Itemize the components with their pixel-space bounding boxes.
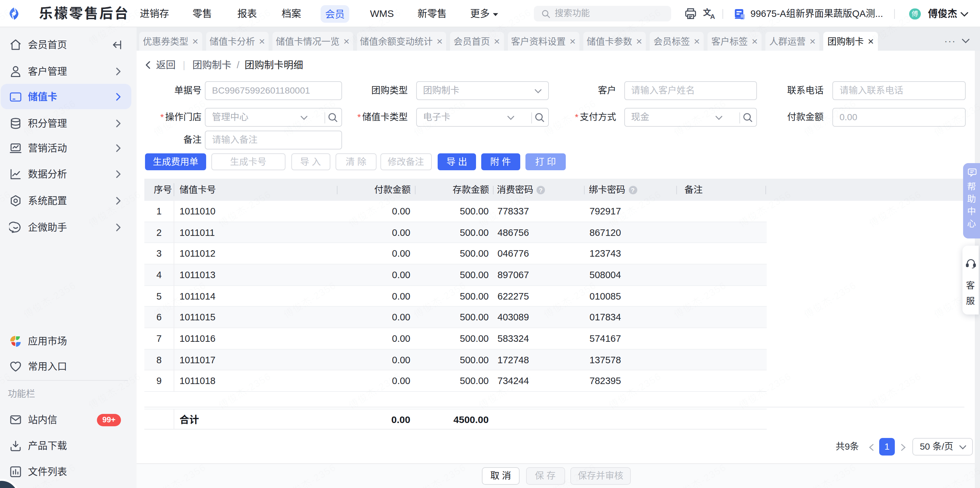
svg-text:A: A: [710, 13, 715, 20]
